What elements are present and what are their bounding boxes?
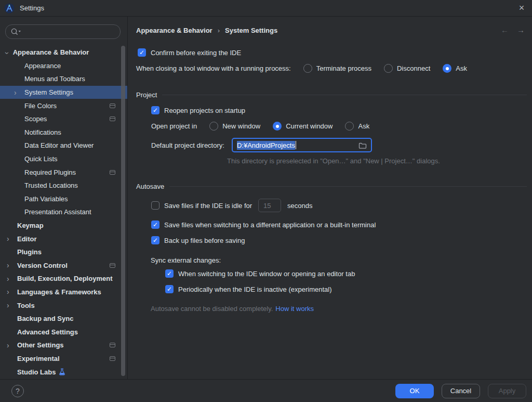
autosave-note-text: Autosave cannot be disabled completely. [151,305,273,313]
sync-ide-row: When switching to the IDE window or open… [165,269,355,278]
sidebar-tree-item[interactable]: Studio Labs [0,365,127,379]
radio-new-window[interactable]: New window [209,122,260,131]
android-studio-logo-icon [4,3,15,14]
sidebar-tree-item[interactable]: Required Plugins [0,165,127,179]
sidebar-tree-item[interactable]: › Other Settings [0,339,127,352]
tree-chevron-icon: › [7,288,17,295]
sidebar-tree-item[interactable]: Appearance [0,59,127,73]
sidebar-tree-item[interactable]: › Version Control [0,259,127,273]
cancel-button[interactable]: Cancel [442,384,480,398]
sidebar-scrollbar[interactable] [121,46,125,376]
backup-label: Back up files before saving [164,237,245,244]
sidebar-tree-item[interactable]: › Languages & Frameworks [0,286,127,299]
radio-terminate-process[interactable]: Terminate process [303,64,371,73]
sidebar-tree-item[interactable]: Plugins [0,245,127,259]
ask-close-radio[interactable] [443,64,451,73]
help-icon[interactable]: ? [11,385,24,397]
radio-current-window[interactable]: Current window [273,122,332,131]
sidebar-tree-item[interactable]: Keymap [0,219,127,232]
radio-ask-open[interactable]: Ask [345,122,369,131]
switch-app-label: Save files when switching to a different… [164,221,376,229]
sidebar-tree-item[interactable]: Trusted Locations [0,179,127,192]
back-arrow-icon[interactable]: ← [501,25,509,34]
how-it-works-link[interactable]: How it works [275,305,314,313]
forward-arrow-icon[interactable]: → [517,25,525,34]
titlebar: Settings × [0,0,532,17]
dialog-buttons: OK Cancel Apply [395,384,526,398]
project-marker-icon [110,263,115,268]
section-divider [169,186,527,187]
sidebar: › Appearance & Behavior Appearance Menus… [0,17,128,379]
sync-periodic-label: Periodically when the IDE is inactive (e… [178,286,332,293]
sync-ide-checkbox[interactable] [165,269,174,278]
sync-ide-label: When switching to the IDE window or open… [178,270,355,278]
reopen-row: Reopen projects on startup [151,106,245,114]
idle-seconds-input[interactable]: 15 [258,199,281,212]
current-window-radio[interactable] [273,122,282,131]
tree-chevron-icon: › [7,235,17,242]
radio-disconnect[interactable]: Disconnect [384,64,430,73]
confirm-exit-checkbox[interactable] [138,48,146,57]
project-marker-icon [110,103,115,108]
sync-periodic-row: Periodically when the IDE is inactive (e… [165,285,332,293]
folder-icon[interactable] [358,142,367,149]
search-input[interactable] [5,24,121,39]
breadcrumb-separator-icon: › [218,27,220,34]
sidebar-tree-item[interactable]: › Build, Execution, Deployment [0,272,127,286]
ok-button[interactable]: OK [395,384,434,398]
new-window-radio[interactable] [209,122,218,131]
ask-open-radio[interactable] [345,122,354,131]
confirm-exit-label: Confirm before exiting the IDE [151,49,241,57]
sidebar-tree-item[interactable]: › Appearance & Behavior [0,46,127,59]
project-marker-icon [110,343,115,347]
switch-app-checkbox[interactable] [151,221,159,229]
tree-item-label: Appearance [24,62,61,70]
sidebar-tree-item[interactable]: › Editor [0,232,127,245]
tree-item-label: File Colors [24,102,57,110]
sidebar-tree-item[interactable]: Data Editor and Viewer [0,139,127,152]
close-icon[interactable]: × [511,0,532,16]
sidebar-tree-item[interactable]: Notifications [0,126,127,139]
sync-label: Sync external changes: [151,256,221,264]
sidebar-tree-item[interactable]: Backup and Sync [0,312,127,326]
sidebar-tree-item[interactable]: Advanced Settings [0,325,127,339]
tree-item-label: Trusted Locations [24,181,78,189]
default-dir-row: Default project directory: D:¥AndroidPro… [151,138,372,152]
tree-item-label: Version Control [17,262,68,269]
switch-app-row: Save files when switching to a different… [151,221,376,229]
sync-periodic-checkbox[interactable] [165,285,174,293]
backup-checkbox[interactable] [151,236,159,244]
terminate-radio[interactable] [303,64,312,73]
sidebar-tree-item[interactable]: › Tools [0,299,127,312]
sidebar-tree-item[interactable]: Experimental [0,352,127,366]
sidebar-tree-item[interactable]: Quick Lists [0,152,127,166]
tree-item-label: Backup and Sync [17,315,73,322]
backup-row: Back up files before saving [151,236,245,244]
tree-chevron-icon: › [7,302,17,309]
tree-chevron-icon: › [7,275,17,282]
disconnect-radio[interactable] [384,64,393,73]
flask-icon [59,368,65,375]
project-marker-icon [110,116,115,121]
reopen-checkbox[interactable] [151,106,159,114]
sidebar-tree-item[interactable]: Path Variables [0,192,127,206]
settings-tree: › Appearance & Behavior Appearance Menus… [0,46,127,379]
sidebar-tree-item[interactable]: File Colors [0,99,127,112]
default-dir-input[interactable]: D:¥AndroidProjects [232,138,372,152]
tree-item-label: Required Plugins [24,168,76,176]
tree-item-label: Plugins [17,248,42,256]
sidebar-tree-item[interactable]: Scopes [0,112,127,126]
apply-button[interactable]: Apply [488,384,526,398]
breadcrumb-parent[interactable]: Appearance & Behavior [136,27,212,34]
settings-content: Appearance & Behavior › System Settings … [128,17,532,379]
radio-ask-close[interactable]: Ask [443,64,467,73]
sidebar-tree-item[interactable]: Presentation Assistant [0,205,127,219]
idle-save-checkbox[interactable] [151,201,159,210]
sidebar-tree-item[interactable]: › System Settings [0,86,127,99]
tree-item-label: Editor [17,235,37,243]
idle-save-label: Save files if the IDE is idle for [164,202,252,210]
sidebar-tree-item[interactable]: Menus and Toolbars [0,72,127,86]
project-section-header: Project [136,91,527,99]
tree-item-label: Other Settings [17,341,64,349]
tree-item-label: System Settings [24,88,73,96]
